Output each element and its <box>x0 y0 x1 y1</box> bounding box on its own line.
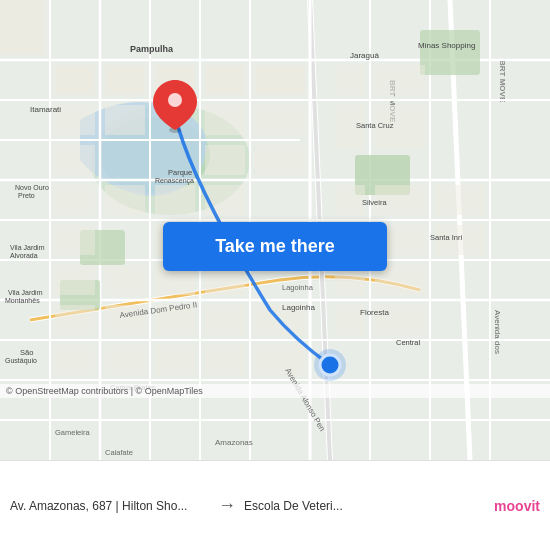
arrow-icon: → <box>218 495 236 516</box>
svg-text:Lagoinha: Lagoinha <box>282 283 314 292</box>
bottom-bar: Av. Amazonas, 687 | Hilton Sho... → Esco… <box>0 460 550 550</box>
origin-label: Av. Amazonas, 687 | Hilton Sho... <box>10 499 210 513</box>
svg-text:Amazonas: Amazonas <box>215 438 253 447</box>
svg-rect-32 <box>55 65 95 95</box>
svg-rect-73 <box>55 345 95 375</box>
moovit-logo: moovit <box>470 491 540 521</box>
svg-rect-45 <box>375 65 425 95</box>
svg-text:Floresta: Floresta <box>360 308 389 317</box>
svg-rect-35 <box>205 65 245 95</box>
destination-label: Escola De Veteri... <box>244 499 444 513</box>
svg-rect-48 <box>55 185 95 215</box>
svg-text:Central: Central <box>396 338 421 347</box>
svg-text:Montanhês: Montanhês <box>5 297 40 304</box>
svg-rect-60 <box>55 265 95 295</box>
svg-rect-49 <box>105 185 145 215</box>
svg-text:Vila Jardim: Vila Jardim <box>10 244 45 251</box>
svg-text:Gameleira: Gameleira <box>55 428 90 437</box>
svg-text:Itamarati: Itamarati <box>30 105 61 114</box>
svg-text:Renascença: Renascença <box>155 177 194 185</box>
svg-rect-55 <box>55 225 95 255</box>
svg-point-109 <box>314 349 346 381</box>
svg-rect-51 <box>205 185 245 215</box>
svg-rect-54 <box>435 185 485 215</box>
svg-rect-41 <box>55 145 95 175</box>
svg-text:Jaraguá: Jaraguá <box>350 51 379 60</box>
svg-rect-44 <box>335 65 365 95</box>
svg-text:Vila Jardim: Vila Jardim <box>8 289 43 296</box>
svg-rect-77 <box>255 345 305 375</box>
svg-point-111 <box>168 93 182 107</box>
moovit-logo-text: moovit <box>494 498 540 514</box>
svg-rect-75 <box>155 345 195 375</box>
attribution-text: © OpenStreetMap contributors | © OpenMap… <box>6 386 203 396</box>
svg-rect-38 <box>105 105 145 135</box>
svg-rect-66 <box>55 305 95 335</box>
svg-rect-74 <box>105 345 145 375</box>
svg-rect-30 <box>420 30 480 75</box>
svg-text:Parque: Parque <box>168 168 192 177</box>
svg-rect-36 <box>255 65 305 95</box>
svg-text:Santa Inri: Santa Inri <box>430 233 462 242</box>
svg-rect-61 <box>105 265 145 295</box>
svg-rect-69 <box>205 305 245 335</box>
svg-text:Minas Shopping: Minas Shopping <box>418 41 475 50</box>
svg-rect-39 <box>205 105 245 135</box>
take-me-there-button[interactable]: Take me there <box>163 222 387 271</box>
svg-text:Alvorada: Alvorada <box>10 252 38 259</box>
svg-rect-31 <box>0 0 45 55</box>
svg-rect-50 <box>155 185 195 215</box>
svg-rect-76 <box>205 345 245 375</box>
map-container: BRT MOVE BRT MOVE <box>0 0 550 460</box>
svg-text:São: São <box>20 348 33 357</box>
svg-text:Pampulha: Pampulha <box>130 44 174 54</box>
svg-text:Lagoinha: Lagoinha <box>282 303 315 312</box>
svg-rect-42 <box>205 145 245 175</box>
svg-text:Santa Cruz: Santa Cruz <box>356 121 394 130</box>
svg-text:Avenida dos: Avenida dos <box>493 310 502 354</box>
svg-text:Novo Ouro: Novo Ouro <box>15 184 49 191</box>
svg-rect-52 <box>335 185 365 215</box>
svg-text:Silveira: Silveira <box>362 198 387 207</box>
svg-rect-43 <box>255 145 305 175</box>
map-attribution: © OpenStreetMap contributors | © OpenMap… <box>0 384 550 398</box>
svg-text:BRT MOVE: BRT MOVE <box>498 60 507 103</box>
svg-rect-40 <box>255 105 305 135</box>
svg-text:Gustáquio: Gustáquio <box>5 357 37 365</box>
svg-text:Preto: Preto <box>18 192 35 199</box>
svg-rect-33 <box>105 65 145 95</box>
svg-text:Calafate: Calafate <box>105 448 133 457</box>
